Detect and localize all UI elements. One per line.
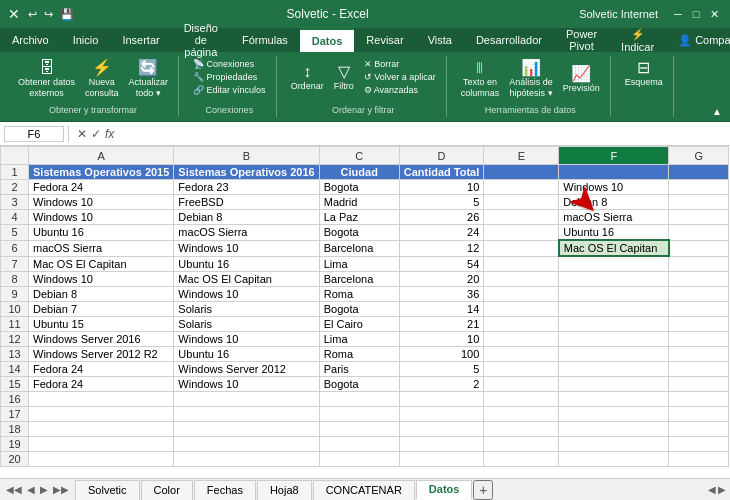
esquema-btn[interactable]: ⊟ Esquema: [621, 58, 667, 89]
cell-E20[interactable]: [484, 451, 559, 466]
cell-B11[interactable]: Solaris: [174, 316, 319, 331]
cell-A12[interactable]: Windows Server 2016: [29, 331, 174, 346]
cell-E9[interactable]: [484, 286, 559, 301]
cell-F10[interactable]: [559, 301, 669, 316]
sheet-scroll-area[interactable]: ➤ A B C D E F G 1Sistemas Operativos 201…: [0, 146, 730, 478]
cell-F8[interactable]: [559, 271, 669, 286]
sheet-tab-fechas[interactable]: Fechas: [194, 480, 256, 500]
cell-E15[interactable]: [484, 376, 559, 391]
sheet-tab-datos[interactable]: Datos: [416, 480, 473, 500]
analisis-hipotesis-btn[interactable]: 📊 Análisis de hipótesis ▾: [505, 58, 557, 100]
cell-E5[interactable]: [484, 225, 559, 241]
cell-A9[interactable]: Debian 8: [29, 286, 174, 301]
cell-G11[interactable]: [669, 316, 729, 331]
sheet-tab-concatenar[interactable]: CONCATENAR: [313, 480, 415, 500]
cell-D15[interactable]: 2: [399, 376, 484, 391]
cell-C14[interactable]: Paris: [319, 361, 399, 376]
cell-E1[interactable]: [484, 165, 559, 180]
row-number[interactable]: 18: [1, 421, 29, 436]
sheet-tab-solvetic[interactable]: Solvetic: [75, 480, 140, 500]
cell-E2[interactable]: [484, 180, 559, 195]
tab-datos[interactable]: Datos: [300, 28, 355, 52]
insert-function-icon[interactable]: fx: [105, 127, 114, 141]
cell-F2[interactable]: Windows 10: [559, 180, 669, 195]
cell-C19[interactable]: [319, 436, 399, 451]
cell-B10[interactable]: Solaris: [174, 301, 319, 316]
redo-button[interactable]: ↪: [42, 8, 55, 21]
cell-B6[interactable]: Windows 10: [174, 240, 319, 256]
cell-A18[interactable]: [29, 421, 174, 436]
prevision-btn[interactable]: 📈 Previsión: [559, 64, 604, 95]
sheet-nav-next[interactable]: ▶: [38, 484, 50, 495]
row-number[interactable]: 20: [1, 451, 29, 466]
add-sheet-button[interactable]: +: [473, 480, 493, 500]
cell-G9[interactable]: [669, 286, 729, 301]
sheet-tab-color[interactable]: Color: [141, 480, 193, 500]
cell-C8[interactable]: Barcelona: [319, 271, 399, 286]
cell-F9[interactable]: [559, 286, 669, 301]
cell-C10[interactable]: Bogota: [319, 301, 399, 316]
cell-F15[interactable]: [559, 376, 669, 391]
row-number[interactable]: 16: [1, 391, 29, 406]
cell-E13[interactable]: [484, 346, 559, 361]
cell-A19[interactable]: [29, 436, 174, 451]
close-button[interactable]: ✕: [706, 6, 722, 22]
cell-A17[interactable]: [29, 406, 174, 421]
col-header-B[interactable]: B: [174, 147, 319, 165]
row-number[interactable]: 6: [1, 240, 29, 256]
cell-A14[interactable]: Fedora 24: [29, 361, 174, 376]
sheet-tab-hoja8[interactable]: Hoja8: [257, 480, 312, 500]
cell-D1[interactable]: Cantidad Total: [399, 165, 484, 180]
cell-C9[interactable]: Roma: [319, 286, 399, 301]
confirm-formula-icon[interactable]: ✓: [91, 127, 101, 141]
cell-E4[interactable]: [484, 210, 559, 225]
cell-D20[interactable]: [399, 451, 484, 466]
cell-D4[interactable]: 26: [399, 210, 484, 225]
cell-B5[interactable]: macOS Sierra: [174, 225, 319, 241]
editar-vinculos-btn[interactable]: 🔗 Editar vínculos: [189, 84, 270, 96]
cell-B20[interactable]: [174, 451, 319, 466]
col-header-D[interactable]: D: [399, 147, 484, 165]
cell-F14[interactable]: [559, 361, 669, 376]
cell-C13[interactable]: Roma: [319, 346, 399, 361]
cell-A16[interactable]: [29, 391, 174, 406]
cell-F4[interactable]: macOS Sierra: [559, 210, 669, 225]
cell-D17[interactable]: [399, 406, 484, 421]
ribbon-collapse-btn[interactable]: ▲: [712, 106, 722, 117]
cell-A3[interactable]: Windows 10: [29, 195, 174, 210]
cell-A4[interactable]: Windows 10: [29, 210, 174, 225]
cell-D19[interactable]: [399, 436, 484, 451]
cell-E11[interactable]: [484, 316, 559, 331]
cell-G6[interactable]: [669, 240, 729, 256]
cell-E17[interactable]: [484, 406, 559, 421]
cell-A5[interactable]: Ubuntu 16: [29, 225, 174, 241]
cell-D9[interactable]: 36: [399, 286, 484, 301]
filtro-btn[interactable]: ▽ Filtro: [330, 62, 358, 93]
cell-E19[interactable]: [484, 436, 559, 451]
cell-D14[interactable]: 5: [399, 361, 484, 376]
cell-B15[interactable]: Windows 10: [174, 376, 319, 391]
cell-D13[interactable]: 100: [399, 346, 484, 361]
cell-G10[interactable]: [669, 301, 729, 316]
cell-C12[interactable]: Lima: [319, 331, 399, 346]
cell-G16[interactable]: [669, 391, 729, 406]
cell-A2[interactable]: Fedora 24: [29, 180, 174, 195]
cell-B4[interactable]: Debian 8: [174, 210, 319, 225]
cell-D12[interactable]: 10: [399, 331, 484, 346]
sheet-nav-first[interactable]: ◀◀: [4, 484, 24, 495]
row-number[interactable]: 4: [1, 210, 29, 225]
cell-A20[interactable]: [29, 451, 174, 466]
cell-A8[interactable]: Windows 10: [29, 271, 174, 286]
cell-G17[interactable]: [669, 406, 729, 421]
scroll-right-icon[interactable]: ▶: [718, 484, 726, 495]
cell-G12[interactable]: [669, 331, 729, 346]
cell-G18[interactable]: [669, 421, 729, 436]
cell-D7[interactable]: 54: [399, 256, 484, 271]
cell-F16[interactable]: [559, 391, 669, 406]
cell-G8[interactable]: [669, 271, 729, 286]
cell-F7[interactable]: [559, 256, 669, 271]
cell-reference-input[interactable]: [4, 126, 64, 142]
share-button[interactable]: 👤Compartir: [666, 28, 730, 52]
cell-C7[interactable]: Lima: [319, 256, 399, 271]
row-number[interactable]: 14: [1, 361, 29, 376]
